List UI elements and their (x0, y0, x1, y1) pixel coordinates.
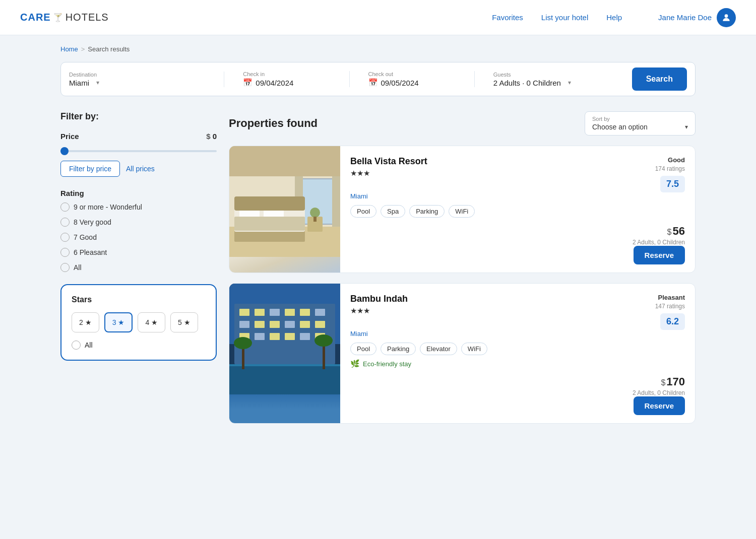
breadcrumb-home[interactable]: Home (60, 45, 78, 53)
star-btn-3[interactable]: 3 ★ (104, 312, 133, 332)
svg-rect-37 (300, 333, 310, 340)
sort-select-wrap: Choose an option ▾ (592, 123, 688, 131)
svg-rect-25 (300, 309, 310, 316)
amenity-parking-1: Parking (409, 205, 445, 218)
rating-option-all[interactable]: All (60, 263, 217, 272)
guests-arrow-icon: ▾ (568, 79, 571, 86)
price-value: 0 (213, 132, 217, 141)
rating-badge-1: 7.5 (660, 176, 685, 192)
guests-field[interactable]: Guests 2 Adults · 0 Children ▾ (493, 72, 624, 87)
rating-option-8[interactable]: 8 Very good (60, 218, 217, 227)
navbar: CARE 🍸 HOTELS Favorites List your hotel … (0, 0, 756, 35)
rating-label-6: 6 Pleasant (74, 248, 107, 256)
nav-avatar[interactable] (717, 8, 736, 27)
hotel-top-2: Bambu Indah ★★★ Pleasant 147 ratings 6.2 (350, 294, 685, 330)
svg-rect-31 (300, 321, 310, 328)
nav-list-hotel[interactable]: List your hotel (541, 13, 588, 22)
search-button[interactable]: Search (632, 68, 687, 91)
reserve-button-2[interactable]: Reserve (634, 396, 685, 415)
price-slider[interactable] (60, 150, 217, 152)
svg-rect-28 (255, 321, 265, 328)
hotel-card-2: Bambu Indah ★★★ Pleasant 147 ratings 6.2… (229, 283, 696, 424)
breadcrumb-separator: > (81, 45, 85, 53)
nav-links: Favorites List your hotel Help Jane Mari… (492, 8, 736, 27)
reserve-button-1[interactable]: Reserve (634, 246, 685, 264)
svg-rect-17 (313, 217, 317, 222)
hotel-name-stars-2: Bambu Indah ★★★ (350, 294, 408, 317)
stars-all-radio (72, 341, 81, 350)
all-prices-link[interactable]: All prices (126, 165, 155, 173)
amenity-pool-1: Pool (350, 205, 376, 218)
amenity-wifi-2: WiFi (461, 343, 487, 355)
svg-point-42 (234, 337, 252, 349)
rating-count-1: 174 ratings (655, 165, 685, 172)
rating-label-9: 9 or more - Wonderful (74, 203, 142, 211)
price-label: Price (60, 132, 79, 141)
amenity-parking-2: Parking (381, 343, 416, 355)
svg-rect-14 (234, 196, 305, 211)
nav-help[interactable]: Help (606, 13, 622, 22)
amenity-spa-1: Spa (381, 205, 405, 218)
radio-circle-6 (60, 248, 70, 257)
svg-rect-22 (255, 309, 265, 316)
nav-user: Jane Marie Doe (658, 8, 736, 27)
price-filter-title: Price $ 0 (60, 132, 217, 141)
price-guests-1: 2 Adults, 0 Children (633, 239, 685, 246)
destination-field[interactable]: Destination Miami ▾ (69, 72, 224, 87)
price-filter-section: Price $ 0 Filter by price All prices (60, 132, 217, 177)
price-guests-2: 2 Adults, 0 Children (633, 389, 685, 396)
amenity-wifi-1: WiFi (449, 205, 475, 218)
svg-rect-7 (332, 176, 340, 227)
price-display: $ 0 (206, 132, 217, 141)
hotel-name-stars-1: Bella Vista Resort ★★★ (350, 156, 427, 180)
stars-all-label: All (85, 341, 93, 349)
logo-icon: 🍸 (53, 13, 64, 22)
content-area: Filter by: Price $ 0 Filter by price All… (60, 111, 696, 434)
rating-label-1: Good (668, 156, 685, 164)
breadcrumb-current: Search results (88, 45, 130, 53)
sort-label: Sort by (592, 116, 688, 122)
stars-all-item[interactable]: All (72, 341, 206, 350)
star-btn-2[interactable]: 2 ★ (72, 312, 99, 332)
rating-radio-list: 9 or more - Wonderful 8 Very good 7 Good… (60, 203, 217, 272)
hotel-info-2: Bambu Indah ★★★ Pleasant 147 ratings 6.2… (340, 284, 695, 423)
amenity-pool-2: Pool (350, 343, 376, 355)
checkout-field[interactable]: Check out 📅 09/05/2024 (368, 71, 475, 87)
svg-rect-36 (285, 333, 295, 340)
radio-circle-9 (60, 203, 70, 212)
svg-point-0 (725, 14, 728, 18)
sort-box[interactable]: Sort by Choose an option ▾ (585, 111, 696, 136)
price-display-1: $56 2 Adults, 0 Children Reserve (633, 225, 685, 264)
page-wrapper: Home > Search results Destination Miami … (50, 35, 706, 454)
rating-option-6[interactable]: 6 Pleasant (60, 248, 217, 257)
guests-label: Guests (493, 72, 624, 78)
logo-hotels: HOTELS (66, 12, 109, 23)
destination-label: Destination (69, 72, 216, 78)
nav-favorites[interactable]: Favorites (492, 13, 523, 22)
stars-title: Stars (72, 295, 206, 304)
hotel-name-1: Bella Vista Resort (350, 156, 427, 167)
hotel-image-1 (229, 146, 340, 273)
svg-rect-2 (229, 146, 340, 176)
svg-rect-27 (239, 321, 249, 328)
svg-rect-26 (315, 309, 325, 316)
price-sym-2: $ (661, 378, 665, 387)
hotel-name-2: Bambu Indah (350, 294, 408, 304)
eco-badge-2: 🌿 Eco-friendly stay (350, 359, 685, 368)
rating-option-9[interactable]: 9 or more - Wonderful (60, 203, 217, 212)
svg-rect-24 (285, 309, 295, 316)
hotel-price-block-2: $170 2 Adults, 0 Children Reserve (350, 375, 685, 415)
svg-rect-30 (285, 321, 295, 328)
rating-label-7: 7 Good (74, 233, 97, 241)
checkin-field[interactable]: Check in 📅 09/04/2024 (243, 71, 349, 87)
nav-username: Jane Marie Doe (658, 13, 712, 22)
hotel-image-2 (229, 284, 340, 423)
star-btn-5[interactable]: 5 ★ (170, 312, 198, 332)
svg-point-16 (310, 208, 320, 218)
rating-option-7[interactable]: 7 Good (60, 233, 217, 242)
rating-count-2: 147 ratings (655, 303, 685, 310)
hotel-amenities-2: Pool Parking Elevator WiFi (350, 343, 685, 355)
filter-price-button[interactable]: Filter by price (60, 161, 120, 177)
star-btn-4[interactable]: 4 ★ (138, 312, 165, 332)
svg-rect-13 (234, 217, 305, 231)
